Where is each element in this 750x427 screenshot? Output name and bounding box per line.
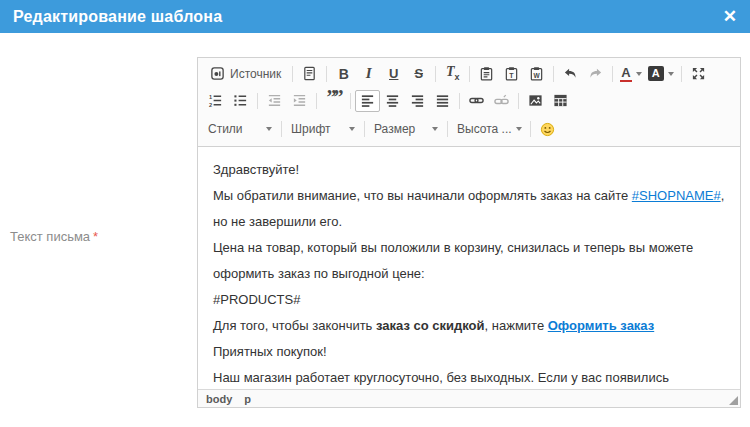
editor-paragraph: Цена на товар, который вы положили в кор… [213,235,725,287]
editor-paragraph: Приятных покупок! [213,339,725,365]
toolbar-separator [292,66,293,82]
align-justify-icon [435,93,450,108]
text-run: #PRODUCTS# [213,292,300,307]
paste-plain-text-button[interactable]: T [499,63,524,85]
link-button[interactable] [464,90,489,112]
bold-button[interactable]: B [331,63,356,85]
text-run: Мы обратили внимание, что вы начинали оф… [213,188,632,203]
toolbar-separator [469,66,470,82]
modal-header: Редактирование шаблона ✕ [0,0,750,33]
numbered-list-icon: 12 [208,93,223,108]
element-path-body[interactable]: body [206,393,232,405]
underline-icon: U [389,67,398,80]
redo-button[interactable] [583,63,608,85]
close-icon[interactable]: ✕ [723,8,737,25]
paste-from-word-button[interactable]: W [524,63,549,85]
toolbar-button-label: Источник [230,67,281,81]
blockquote-button[interactable]: ”” [321,90,346,112]
indent-button[interactable] [287,90,312,112]
text-run: заказ со скидкой [376,318,485,333]
shopname-placeholder-link[interactable]: #SHOPNAME# [632,188,721,203]
outdent-icon [267,93,282,108]
remove-format-button[interactable]: Tx [440,63,465,85]
bulleted-list-button[interactable] [228,90,253,112]
toolbar-separator [316,93,317,109]
paste-word-icon: W [529,66,544,81]
svg-text:1: 1 [209,94,212,100]
blockquote-icon: ”” [327,87,341,107]
element-path-p[interactable]: p [244,393,251,405]
background-color-button[interactable]: A [645,63,677,85]
dropdown-label: Стили [208,122,243,136]
underline-button[interactable]: U [381,63,406,85]
unlink-button[interactable] [489,90,514,112]
editor-paragraph: Для того, чтобы закончить заказ со скидк… [213,313,725,339]
paste-icon [479,66,494,81]
strikethrough-button[interactable]: S [406,63,431,85]
styles-dropdown[interactable]: Стили [203,117,277,141]
table-icon [553,93,568,108]
svg-text:W: W [534,72,541,79]
toolbar-separator [612,66,613,82]
edit-template-modal: Редактирование шаблона ✕ Текст письма* И… [0,0,750,427]
toolbar-separator [364,121,365,137]
italic-icon: I [366,66,372,81]
maximize-icon [691,66,706,81]
smiley-button[interactable] [535,118,560,140]
smiley-icon [540,122,555,137]
align-right-button[interactable] [405,90,430,112]
undo-button[interactable] [558,63,583,85]
chevron-down-icon [516,127,522,131]
strike-icon: S [414,67,423,80]
paste-button[interactable] [474,63,499,85]
editor-content[interactable]: Здравствуйте!Мы обратили внимание, что в… [198,147,740,389]
redo-icon [588,66,603,81]
toolbar-separator [459,93,460,109]
toolbar-row: 12”” [203,87,735,114]
font-dropdown[interactable]: Шрифт [286,117,360,141]
text-color-button[interactable]: A [617,63,644,85]
editor-paragraph: Мы обратили внимание, что вы начинали оф… [213,183,725,235]
chevron-down-icon [432,127,438,131]
table-button[interactable] [548,90,573,112]
italic-button[interactable]: I [356,63,381,85]
editor-status-bar: body p [198,389,740,407]
toolbar-separator [553,66,554,82]
toolbar-separator [326,66,327,82]
bold-icon: B [339,67,349,81]
remove-format-icon: Tx [446,65,460,82]
editor-paragraph: #PRODUCTS# [213,287,725,313]
field-label: Текст письма* [10,229,98,244]
source-button[interactable]: Источник [203,63,288,85]
text-run: Приятных покупок! [213,344,327,359]
maximize-button[interactable] [686,63,711,85]
checkout-order-link[interactable]: Оформить заказ [548,318,654,333]
toolbar-row: ИсточникBIUSTxTWAA [203,60,735,87]
image-button[interactable] [523,90,548,112]
align-left-button[interactable] [355,90,380,112]
chevron-down-icon [668,72,674,76]
toolbar-separator [281,121,282,137]
numbered-list-button[interactable]: 12 [203,90,228,112]
align-center-button[interactable] [380,90,405,112]
size-dropdown[interactable]: Размер [369,117,443,141]
align-justify-button[interactable] [430,90,455,112]
toolbar-separator [350,93,351,109]
bg-color-icon: A [648,66,664,81]
chevron-down-icon [266,127,272,131]
outdent-button[interactable] [262,90,287,112]
line-height-dropdown[interactable]: Высота ... [452,117,526,141]
editor-toolbar: ИсточникBIUSTxTWAA12””СтилиШрифтРазмерВы… [198,58,740,147]
chevron-down-icon [349,127,355,131]
undo-icon [563,66,578,81]
align-center-icon [385,93,400,108]
resize-handle-icon[interactable] [729,396,738,405]
templates-button[interactable] [297,63,322,85]
align-right-icon [410,93,425,108]
text-run: Для того, чтобы закончить [213,318,376,333]
unlink-icon [494,93,509,108]
editor-paragraph: Наш магазин работает круглосуточно, без … [213,365,725,389]
toolbar-separator [435,66,436,82]
toolbar-separator [681,66,682,82]
source-icon [210,66,225,81]
